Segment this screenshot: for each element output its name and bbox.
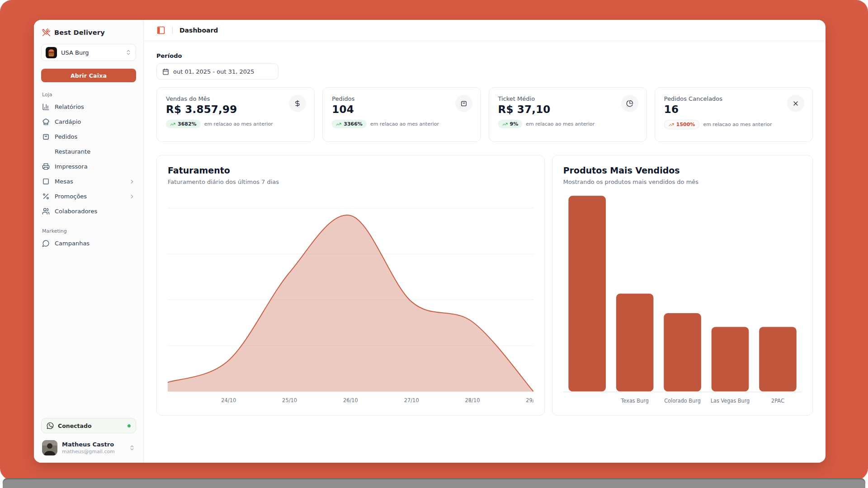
trend-badge: 9% [498,120,523,128]
dollar-icon-circle [289,95,306,112]
bar [712,327,749,391]
stat-card-title: Pedidos Cancelados [664,95,803,102]
open-cashier-button[interactable]: Abrir Caixa [41,69,136,82]
avatar [42,440,57,455]
pie-icon-circle [621,95,638,112]
sidebar-item-cardapio[interactable]: Cardápio [41,114,136,129]
trend-badge: 1500% [664,120,700,129]
user-menu[interactable]: Matheus Castro matheus@gmail.com [41,439,136,456]
trend-badge: 3682% [166,120,201,128]
period-date-picker[interactable]: out 01, 2025 - out 31, 2025 [156,63,278,80]
nav-section-label: Loja [41,92,136,98]
sidebar-item-promocoes[interactable]: Promoções [41,189,136,204]
x-tick-label: 24/10 [221,397,236,404]
sidebar-item-label: Mesas [55,178,73,185]
percent-icon [42,192,50,200]
sidebar-item-label: Pedidos [55,133,77,140]
topbar-divider [172,27,173,34]
bar [759,327,797,391]
sidebar-item-pedidos[interactable]: Pedidos [41,129,136,144]
stat-card: Pedidos Cancelados161500%em relacao ao m… [655,87,813,142]
printer-icon [42,163,50,170]
sidebar-item-label: Campanhas [55,240,90,247]
bar-label: Las Vegas Burg [711,398,750,404]
sidebar-item-colaboradores[interactable]: Colaboradores [41,204,136,219]
chevrons-up-down-icon [129,445,135,451]
store-logo [46,47,57,58]
main: Dashboard Período out 01, 2025 - out 31,… [144,20,826,463]
stat-card-value: R$ 37,10 [498,103,637,115]
chevron-right-icon [129,178,135,185]
stat-cards: Vendas do MêsR$ 3.857,993682%em relacao … [156,87,813,142]
top-products-title: Produtos Mais Vendidos [563,165,802,175]
store-selector[interactable]: USA Burg [41,44,136,61]
sidebar-item-relatorios[interactable]: Relatórios [41,99,136,114]
trend-badge: 3366% [332,120,367,128]
chef-hat-icon [42,118,50,126]
bar-label: Texas Burg [620,398,648,404]
bar-label: 2PAC [771,398,784,404]
stat-card-note: em relacao ao mes anterior [370,121,439,127]
bag-icon [42,133,50,141]
stat-card-note: em relacao ao mes anterior [526,121,594,127]
nav-section-label: Marketing [41,228,136,234]
trending-up-icon [336,122,341,127]
sidebar-item-mesas[interactable]: Mesas [41,174,136,189]
panel-left-icon [156,26,165,35]
x-icon [792,100,799,107]
sidebar: Best Delivery USA Burg Abrir Caixa LojaR… [34,20,144,463]
message-circle-icon [42,239,50,247]
pie-icon [626,100,633,107]
sidebar-item-restaurante[interactable]: undefinedRestaurante [41,144,136,159]
top-products-chart-card: Produtos Mais Vendidos Mostrando os prod… [552,155,813,416]
chevron-right-icon [129,193,135,200]
app-window: Best Delivery USA Burg Abrir Caixa LojaR… [34,20,826,463]
sidebar-toggle-button[interactable] [156,26,165,35]
utensils-icon: undefined [42,148,50,155]
sidebar-nav: LojaRelatóriosCardápioPedidosundefinedRe… [41,82,136,251]
period-value: out 01, 2025 - out 31, 2025 [173,68,255,75]
square-icon [42,178,50,185]
bar [568,196,606,391]
whatsapp-status-pill[interactable]: Conectado [41,418,136,433]
sidebar-item-impressora[interactable]: Impressora [41,159,136,174]
sidebar-item-campanhas[interactable]: Campanhas [41,236,136,251]
stat-card-value: 104 [332,103,471,115]
sidebar-item-label: Cardápio [55,118,81,125]
stat-card-footer: 3366%em relacao ao mes anterior [332,120,471,128]
period-label: Período [156,52,813,59]
chart-column-icon [42,103,50,111]
sidebar-item-label: Restaurante [55,148,90,155]
bar-label: Colorado Burg [664,398,701,404]
stat-card-title: Pedidos [332,95,471,102]
trending-up-icon [502,122,508,127]
revenue-area-chart: 24/1025/1026/1027/1028/1029/10 [168,190,533,407]
stat-card: Ticket MédioR$ 37,109%em relacao ao mes … [489,87,647,142]
stat-card-note: em relacao ao mes anterior [204,121,273,127]
stat-card-title: Vendas do Mês [166,95,305,102]
trending-up-icon [170,122,175,127]
stat-card-footer: 1500%em relacao ao mes anterior [664,120,803,129]
revenue-chart-title: Faturamento [168,165,533,175]
revenue-chart-subtitle: Faturamento diário dos últimos 7 dias [168,178,533,185]
burger-logo-icon [46,47,57,58]
whatsapp-icon [47,422,54,429]
x-tick-label: 29/10 [526,397,533,404]
user-meta: Matheus Castro matheus@gmail.com [62,441,115,455]
x-tick-label: 25/10 [282,397,297,404]
stat-card: Vendas do MêsR$ 3.857,993682%em relacao … [156,87,315,142]
sidebar-spacer [41,251,136,418]
avatar-photo [42,440,57,455]
brand-name: Best Delivery [54,29,105,36]
bar [664,313,701,391]
stat-card: Pedidos1043366%em relacao ao mes anterio… [322,87,481,142]
connected-dot [127,424,131,427]
stat-card-title: Ticket Médio [498,95,637,102]
trending-up-icon [669,122,674,127]
stat-card-value: 16 [664,103,803,115]
page-title: Dashboard [179,27,218,34]
user-email: matheus@gmail.com [62,449,115,455]
x-tick-label: 27/10 [404,397,419,404]
sidebar-item-label: Relatórios [55,103,84,110]
revenue-chart-card: Faturamento Faturamento diário dos últim… [156,155,545,416]
